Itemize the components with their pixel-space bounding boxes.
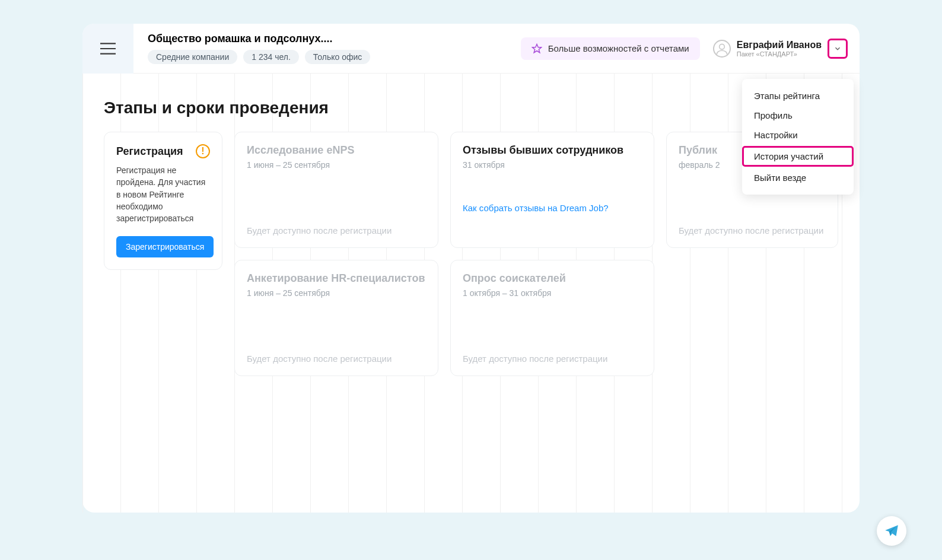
org-tag: 1 234 чел.	[243, 50, 299, 64]
org-info: Общество ромашка и подсолнух.... Средние…	[133, 24, 521, 72]
app-window: Общество ромашка и подсолнух.... Средние…	[82, 24, 860, 513]
card-footer: Будет доступно после регистрации	[247, 306, 426, 364]
promo-text: Больше возможностей с отчетами	[548, 43, 689, 53]
promo-banner[interactable]: Больше возможностей с отчетами	[521, 37, 700, 60]
dropdown-item-profile[interactable]: Профиль	[742, 106, 854, 125]
dropdown-item-logout[interactable]: Выйти везде	[742, 168, 854, 187]
card-header: Регистрация !	[116, 144, 210, 158]
card-date: 1 октября – 31 октября	[463, 288, 642, 298]
dropdown-item-stages[interactable]: Этапы рейтинга	[742, 86, 854, 106]
avatar	[713, 40, 731, 58]
card-description: Регистрация не пройдена. Для участия в н…	[116, 164, 210, 224]
card-enps: Исследование eNPS 1 июня – 25 сентября Б…	[234, 132, 438, 248]
user-dropdown-toggle[interactable]	[828, 39, 848, 59]
header: Общество ромашка и подсолнух.... Средние…	[82, 24, 860, 74]
svg-point-1	[719, 44, 724, 49]
star-icon	[532, 43, 542, 54]
card-date: 31 октября	[463, 160, 642, 170]
chevron-down-icon	[833, 44, 842, 53]
warning-icon: !	[196, 144, 210, 158]
card-title: Анкетирование HR-специалистов	[247, 272, 426, 285]
card-title: Отзывы бывших сотрудников	[463, 144, 642, 157]
card-date: 1 июня – 25 сентября	[247, 160, 426, 170]
user-icon	[714, 40, 730, 58]
stages-grid: Регистрация ! Регистрация не пройдена. Д…	[104, 132, 838, 376]
card-footer: Будет доступно после регистрации	[247, 178, 426, 236]
svg-marker-0	[532, 44, 541, 52]
grid-col-1: Регистрация ! Регистрация не пройдена. Д…	[104, 132, 222, 270]
user-package: Пакет «СТАНДАРТ»	[737, 50, 822, 58]
org-tag: Только офис	[305, 50, 370, 64]
card-title: Регистрация	[116, 145, 183, 158]
register-button[interactable]: Зарегистрироваться	[116, 236, 214, 257]
telegram-fab[interactable]	[877, 516, 906, 546]
user-menu: Евграфий Иванов Пакет «СТАНДАРТ» Этапы р…	[713, 39, 860, 59]
grid-col-2: Исследование eNPS 1 июня – 25 сентября Б…	[234, 132, 438, 376]
page-title: Этапы и сроки проведения	[104, 98, 838, 117]
hamburger-menu[interactable]	[82, 24, 133, 74]
org-tag: Средние компании	[148, 50, 237, 64]
telegram-icon	[884, 523, 899, 539]
org-tags: Средние компании 1 234 чел. Только офис	[148, 50, 507, 64]
dropdown-item-history[interactable]: История участий	[742, 146, 854, 167]
org-title: Общество ромашка и подсолнух....	[148, 33, 507, 45]
card-registration: Регистрация ! Регистрация не пройдена. Д…	[104, 132, 222, 270]
card-hr-survey: Анкетирование HR-специалистов 1 июня – 2…	[234, 260, 438, 376]
card-footer: Будет доступно после регистрации	[463, 306, 642, 364]
dropdown-item-settings[interactable]: Настройки	[742, 125, 854, 145]
user-name: Евграфий Иванов	[737, 40, 822, 50]
card-date: 1 июня – 25 сентября	[247, 288, 426, 298]
card-seekers: Опрос соискателей 1 октября – 31 октября…	[450, 260, 654, 376]
grid-col-3: Отзывы бывших сотрудников 31 октября Как…	[450, 132, 654, 376]
card-title: Опрос соискателей	[463, 272, 642, 285]
user-dropdown: Этапы рейтинга Профиль Настройки История…	[742, 79, 854, 195]
feedback-help-link[interactable]: Как собрать отзывы на Dream Job?	[463, 203, 642, 213]
hamburger-icon	[100, 43, 116, 55]
card-feedback: Отзывы бывших сотрудников 31 октября Как…	[450, 132, 654, 248]
user-text: Евграфий Иванов Пакет «СТАНДАРТ»	[737, 40, 822, 58]
card-title: Исследование eNPS	[247, 144, 426, 157]
